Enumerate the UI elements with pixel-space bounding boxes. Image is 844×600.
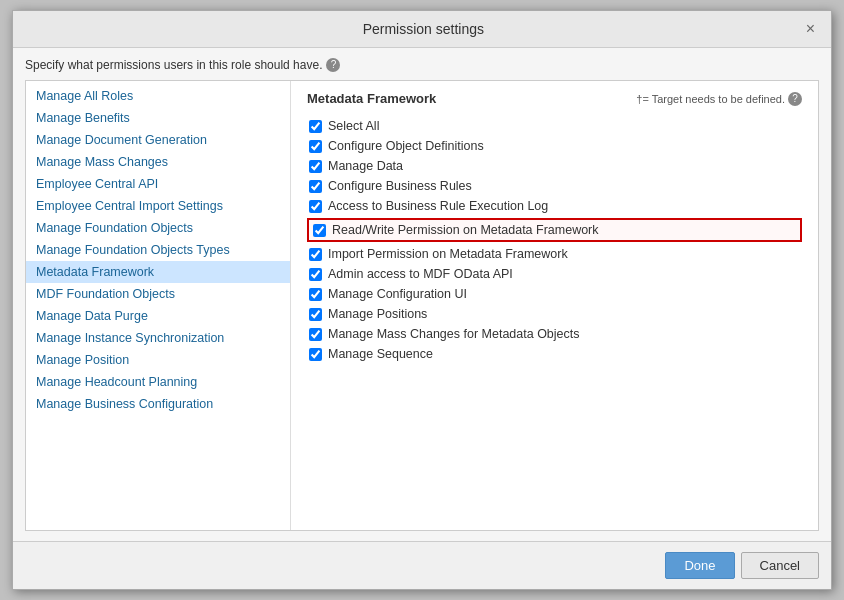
permission-item-access-business-rule-execution-log: Access to Business Rule Execution Log bbox=[307, 196, 802, 216]
permission-label-manage-data: Manage Data bbox=[328, 159, 403, 173]
cancel-button[interactable]: Cancel bbox=[741, 552, 819, 579]
nav-item-manage-foundation-objects[interactable]: Manage Foundation Objects bbox=[26, 217, 290, 239]
nav-item-manage-instance-synchronization[interactable]: Manage Instance Synchronization bbox=[26, 327, 290, 349]
right-panel-header: Metadata Framework †= Target needs to be… bbox=[307, 91, 802, 106]
permission-label-admin-access-mdf-odata-api: Admin access to MDF OData API bbox=[328, 267, 513, 281]
permission-list: Select AllConfigure Object DefinitionsMa… bbox=[307, 116, 802, 364]
checkbox-manage-data[interactable] bbox=[309, 160, 322, 173]
permission-item-configure-object-definitions: Configure Object Definitions bbox=[307, 136, 802, 156]
nav-item-manage-mass-changes[interactable]: Manage Mass Changes bbox=[26, 151, 290, 173]
permission-label-configure-object-definitions: Configure Object Definitions bbox=[328, 139, 484, 153]
permission-item-admin-access-mdf-odata-api: Admin access to MDF OData API bbox=[307, 264, 802, 284]
nav-item-manage-all-roles[interactable]: Manage All Roles bbox=[26, 85, 290, 107]
permission-label-manage-mass-changes-metadata-objects: Manage Mass Changes for Metadata Objects bbox=[328, 327, 580, 341]
right-panel: Metadata Framework †= Target needs to be… bbox=[291, 81, 818, 530]
nav-item-manage-business-configuration[interactable]: Manage Business Configuration bbox=[26, 393, 290, 415]
checkbox-manage-configuration-ui[interactable] bbox=[309, 288, 322, 301]
checkbox-manage-sequence[interactable] bbox=[309, 348, 322, 361]
permission-item-read-write-permission-metadata-framework: Read/Write Permission on Metadata Framew… bbox=[307, 218, 802, 242]
permission-label-manage-positions: Manage Positions bbox=[328, 307, 427, 321]
checkbox-configure-business-rules[interactable] bbox=[309, 180, 322, 193]
nav-item-manage-headcount-planning[interactable]: Manage Headcount Planning bbox=[26, 371, 290, 393]
permission-item-manage-sequence: Manage Sequence bbox=[307, 344, 802, 364]
left-nav-panel: Manage All RolesManage BenefitsManage Do… bbox=[26, 81, 291, 530]
permission-label-select-all: Select All bbox=[328, 119, 379, 133]
permission-item-configure-business-rules: Configure Business Rules bbox=[307, 176, 802, 196]
permission-item-manage-positions: Manage Positions bbox=[307, 304, 802, 324]
nav-item-manage-document-generation[interactable]: Manage Document Generation bbox=[26, 129, 290, 151]
target-help-icon[interactable]: ? bbox=[788, 92, 802, 106]
subtitle-help-icon[interactable]: ? bbox=[326, 58, 340, 72]
permission-label-configure-business-rules: Configure Business Rules bbox=[328, 179, 472, 193]
permission-item-select-all: Select All bbox=[307, 116, 802, 136]
permission-label-manage-sequence: Manage Sequence bbox=[328, 347, 433, 361]
nav-item-manage-position[interactable]: Manage Position bbox=[26, 349, 290, 371]
nav-item-manage-data-purge[interactable]: Manage Data Purge bbox=[26, 305, 290, 327]
dialog-body: Specify what permissions users in this r… bbox=[13, 48, 831, 541]
checkbox-read-write-permission-metadata-framework[interactable] bbox=[313, 224, 326, 237]
dialog-title: Permission settings bbox=[45, 21, 802, 37]
permission-item-manage-mass-changes-metadata-objects: Manage Mass Changes for Metadata Objects bbox=[307, 324, 802, 344]
permission-item-manage-configuration-ui: Manage Configuration UI bbox=[307, 284, 802, 304]
checkbox-manage-mass-changes-metadata-objects[interactable] bbox=[309, 328, 322, 341]
permission-item-import-permission-metadata-framework: Import Permission on Metadata Framework bbox=[307, 244, 802, 264]
checkbox-select-all[interactable] bbox=[309, 120, 322, 133]
checkbox-import-permission-metadata-framework[interactable] bbox=[309, 248, 322, 261]
checkbox-manage-positions[interactable] bbox=[309, 308, 322, 321]
nav-item-employee-central-api[interactable]: Employee Central API bbox=[26, 173, 290, 195]
nav-item-metadata-framework[interactable]: Metadata Framework bbox=[26, 261, 290, 283]
section-title: Metadata Framework bbox=[307, 91, 436, 106]
permission-settings-dialog: Permission settings × Specify what permi… bbox=[12, 10, 832, 590]
nav-item-manage-foundation-objects-types[interactable]: Manage Foundation Objects Types bbox=[26, 239, 290, 261]
close-button[interactable]: × bbox=[802, 19, 819, 39]
checkbox-access-business-rule-execution-log[interactable] bbox=[309, 200, 322, 213]
nav-item-manage-benefits[interactable]: Manage Benefits bbox=[26, 107, 290, 129]
dialog-footer: Done Cancel bbox=[13, 541, 831, 589]
permission-label-import-permission-metadata-framework: Import Permission on Metadata Framework bbox=[328, 247, 568, 261]
dialog-subtitle: Specify what permissions users in this r… bbox=[25, 58, 819, 72]
checkbox-configure-object-definitions[interactable] bbox=[309, 140, 322, 153]
dialog-title-bar: Permission settings × bbox=[13, 11, 831, 48]
done-button[interactable]: Done bbox=[665, 552, 734, 579]
checkbox-admin-access-mdf-odata-api[interactable] bbox=[309, 268, 322, 281]
permission-item-manage-data: Manage Data bbox=[307, 156, 802, 176]
nav-item-employee-central-import-settings[interactable]: Employee Central Import Settings bbox=[26, 195, 290, 217]
content-area: Manage All RolesManage BenefitsManage Do… bbox=[25, 80, 819, 531]
target-note: †= Target needs to be defined. ? bbox=[636, 92, 802, 106]
nav-item-mdf-foundation-objects[interactable]: MDF Foundation Objects bbox=[26, 283, 290, 305]
permission-label-manage-configuration-ui: Manage Configuration UI bbox=[328, 287, 467, 301]
permission-label-access-business-rule-execution-log: Access to Business Rule Execution Log bbox=[328, 199, 548, 213]
permission-label-read-write-permission-metadata-framework: Read/Write Permission on Metadata Framew… bbox=[332, 223, 599, 237]
